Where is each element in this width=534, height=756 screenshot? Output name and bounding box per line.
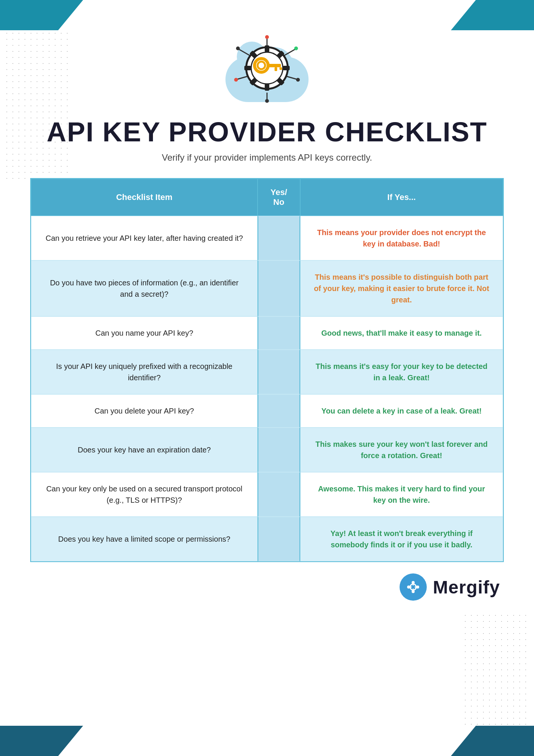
svg-rect-19 xyxy=(244,66,251,70)
svg-point-9 xyxy=(234,78,238,82)
table-row: Can you name your API key?Good news, tha… xyxy=(31,316,503,350)
checklist-item-text: Do you have two pieces of information (e… xyxy=(31,260,258,316)
checklist-item-text: Can you retrieve your API key later, aft… xyxy=(31,216,258,260)
page-subtitle: Verify if your provider implements API k… xyxy=(162,152,372,163)
checklist-item-text: Can you delete your API key? xyxy=(31,394,258,428)
key-icon xyxy=(225,34,309,111)
hero-illustration xyxy=(218,34,316,110)
footer-brand: Mergify xyxy=(30,573,504,601)
checklist-table: Checklist Item Yes/ No If Yes... Can you… xyxy=(30,178,504,562)
table-row: Does your key have an expiration date?Th… xyxy=(31,428,503,472)
if-yes-text: This means it's possible to distinguish … xyxy=(300,260,503,316)
svg-point-1 xyxy=(265,35,269,39)
svg-point-7 xyxy=(236,46,240,50)
if-yes-text: Awesome. This makes it very hard to find… xyxy=(300,472,503,517)
checklist-item-text: Does your key have an expiration date? xyxy=(31,428,258,472)
checklist-item-text: Is your API key uniquely prefixed with a… xyxy=(31,350,258,394)
svg-rect-13 xyxy=(265,45,269,52)
col-header-ifyes: If Yes... xyxy=(300,179,503,216)
brand-logo xyxy=(400,573,427,601)
svg-point-3 xyxy=(294,46,298,50)
svg-point-31 xyxy=(412,590,415,593)
page-title: API KEY PROVIDER CHECKLIST xyxy=(47,117,488,147)
yes-no-cell xyxy=(258,216,300,260)
corner-decoration-br xyxy=(451,726,534,756)
if-yes-text: This means it's easy for your key to be … xyxy=(300,350,503,394)
svg-rect-26 xyxy=(279,67,282,70)
brand-name: Mergify xyxy=(433,577,500,598)
svg-rect-24 xyxy=(267,64,281,67)
table-row: Does you key have a limited scope or per… xyxy=(31,517,503,561)
table-row: Can you retrieve your API key later, aft… xyxy=(31,216,503,260)
table-row: Can you delete your API key?You can dele… xyxy=(31,394,503,428)
if-yes-text: This means your provider does not encryp… xyxy=(300,216,503,260)
checklist-item-text: Can you name your API key? xyxy=(31,316,258,350)
if-yes-text: This makes sure your key won't last fore… xyxy=(300,428,503,472)
if-yes-text: Yay! At least it won't break everything … xyxy=(300,517,503,561)
svg-point-28 xyxy=(407,586,410,589)
svg-rect-25 xyxy=(275,67,277,71)
yes-no-cell xyxy=(258,394,300,428)
table-row: Do you have two pieces of information (e… xyxy=(31,260,503,316)
yes-no-cell xyxy=(258,316,300,350)
svg-rect-17 xyxy=(265,84,269,91)
yes-no-cell xyxy=(258,428,300,472)
table-row: Can your key only be used on a secured t… xyxy=(31,472,503,517)
yes-no-cell xyxy=(258,517,300,561)
col-header-yesno: Yes/ No xyxy=(258,179,300,216)
corner-decoration-bl xyxy=(0,726,83,756)
yes-no-cell xyxy=(258,472,300,517)
if-yes-text: You can delete a key in case of a leak. … xyxy=(300,394,503,428)
svg-point-5 xyxy=(296,78,300,82)
if-yes-text: Good news, that'll make it easy to manag… xyxy=(300,316,503,350)
table-row: Is your API key uniquely prefixed with a… xyxy=(31,350,503,394)
checklist-item-text: Can your key only be used on a secured t… xyxy=(31,472,258,517)
checklist-item-text: Does you key have a limited scope or per… xyxy=(31,517,258,561)
col-header-item: Checklist Item xyxy=(31,179,258,216)
svg-point-29 xyxy=(416,586,419,589)
svg-rect-15 xyxy=(283,66,290,70)
svg-point-30 xyxy=(412,581,415,584)
svg-point-11 xyxy=(265,99,269,103)
yes-no-cell xyxy=(258,350,300,394)
yes-no-cell xyxy=(258,260,300,316)
